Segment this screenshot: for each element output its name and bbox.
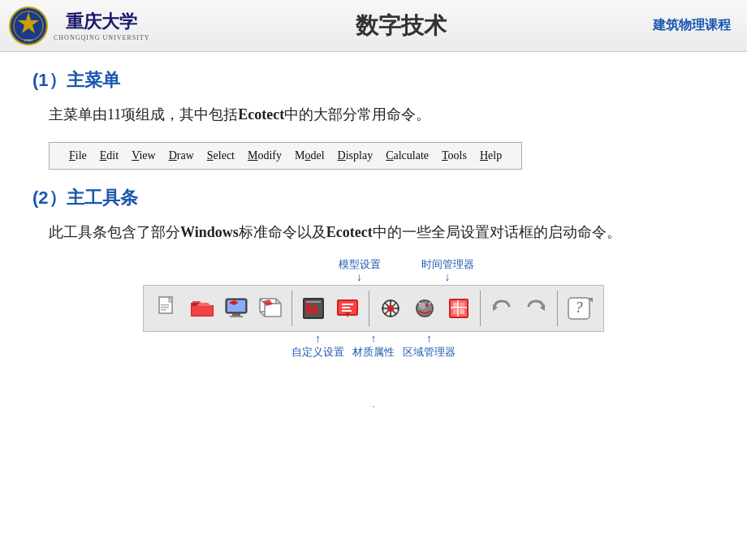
toolbar-icon-perspective[interactable] (254, 292, 287, 325)
menu-item-file[interactable]: File (63, 147, 93, 165)
toolbar-icon-settings1[interactable] (297, 292, 330, 325)
toolbar-sep-4 (557, 291, 558, 326)
svg-rect-28 (313, 306, 317, 314)
zone-manager-arrow: ↑ (426, 334, 432, 345)
svg-rect-56 (453, 309, 458, 314)
logo-area: CQU 重庆大学 CHONGQING UNIVERSITY (8, 6, 149, 46)
toolbar-icons: ? (143, 285, 604, 332)
model-settings-label: 模型设置 (339, 257, 381, 272)
toolbar-icon-monitor[interactable] (220, 292, 253, 325)
menu-item-tools[interactable]: Tools (435, 147, 473, 165)
menu-item-calculate[interactable]: Calculate (379, 147, 435, 165)
svg-rect-54 (453, 303, 458, 308)
course-label: 建筑物理课程 (653, 17, 731, 34)
menu-item-model[interactable]: Model (288, 147, 331, 165)
svg-rect-57 (460, 309, 464, 314)
section1-title: (1）主菜单 (32, 68, 715, 93)
toolbar-sep-2 (369, 291, 369, 326)
svg-rect-27 (306, 303, 311, 314)
model-settings-label-group: 模型设置 ↓ (339, 257, 381, 283)
toolbar-icon-redo[interactable] (520, 292, 552, 325)
toolbar-icon-settings2[interactable] (331, 292, 364, 325)
menu-item-edit[interactable]: Edit (93, 147, 125, 165)
menu-item-modify[interactable]: Modify (241, 147, 288, 165)
svg-rect-6 (161, 304, 169, 306)
material-arrow: ↑ (371, 334, 377, 345)
svg-rect-7 (161, 307, 169, 308)
menu-item-view[interactable]: View (125, 147, 162, 165)
svg-line-22 (276, 299, 281, 304)
header: CQU 重庆大学 CHONGQING UNIVERSITY 数字技术 建筑物理课… (0, 0, 747, 52)
toolbar-icon-undo[interactable] (486, 292, 518, 325)
svg-rect-12 (192, 306, 213, 316)
main-content: (1）主菜单 主菜单由11项组成，其中包括Ecotect中的大部分常用命令。 F… (0, 52, 747, 376)
material-label: 材质属性 (352, 345, 395, 360)
university-logo-icon: CQU (8, 6, 49, 46)
zone-manager-label: 区域管理器 (403, 345, 456, 360)
svg-point-49 (425, 304, 429, 307)
svg-point-41 (387, 305, 394, 312)
toolbar-icon-zone[interactable] (443, 292, 475, 325)
svg-text:?: ? (576, 299, 583, 316)
svg-text:CQU: CQU (24, 38, 33, 42)
page-title: 数字技术 (149, 11, 653, 41)
toolbar-icon-help[interactable]: ? (563, 292, 595, 325)
logo-text: 重庆大学 CHONGQING UNIVERSITY (54, 10, 149, 41)
menu-item-draw[interactable]: Draw (162, 147, 201, 165)
svg-rect-55 (460, 303, 464, 308)
section1-body: 主菜单由11项组成，其中包括Ecotect中的大部分常用命令。 (32, 102, 715, 127)
menu-bar: File Edit View Draw Select Modify Model … (49, 142, 522, 170)
svg-rect-8 (161, 309, 166, 311)
svg-line-23 (260, 312, 265, 317)
footer-dot: · (0, 400, 747, 415)
toolbar-icon-explode[interactable] (374, 292, 407, 325)
model-settings-arrow: ↓ (356, 272, 362, 283)
zone-manager-label-group: ↑ 区域管理器 (403, 334, 456, 360)
custom-settings-label-group: ↑ 自定义设置 (291, 334, 344, 360)
toolbar-sep-1 (291, 291, 292, 326)
svg-rect-29 (306, 301, 321, 303)
material-label-group: ↑ 材质属性 (352, 334, 395, 360)
toolbar-icon-new[interactable] (152, 292, 184, 325)
custom-settings-arrow: ↑ (315, 334, 321, 345)
university-name-english: CHONGQING UNIVERSITY (54, 34, 149, 41)
menu-item-select[interactable]: Select (201, 147, 241, 165)
toolbar-sep-3 (480, 291, 481, 326)
university-name-chinese: 重庆大学 (66, 10, 137, 34)
section2-body: 此工具条包含了部分Windows标准命令以及Ecotect中的一些全局设置对话框… (32, 220, 715, 245)
menu-item-help[interactable]: Help (473, 147, 508, 165)
time-manager-label-group: 时间管理器 ↓ (421, 257, 474, 283)
toolbar-icon-open[interactable] (186, 292, 218, 325)
time-manager-arrow: ↓ (445, 272, 451, 283)
svg-rect-16 (232, 313, 240, 316)
toolbar-area: 模型设置 ↓ 时间管理器 ↓ (32, 257, 715, 360)
section2-title: (2）主工具条 (32, 186, 715, 210)
time-manager-label: 时间管理器 (421, 257, 474, 272)
menu-item-display[interactable]: Display (331, 147, 380, 165)
toolbar-icon-material[interactable] (408, 292, 441, 325)
custom-settings-label: 自定义设置 (291, 345, 344, 360)
svg-rect-17 (230, 316, 243, 317)
